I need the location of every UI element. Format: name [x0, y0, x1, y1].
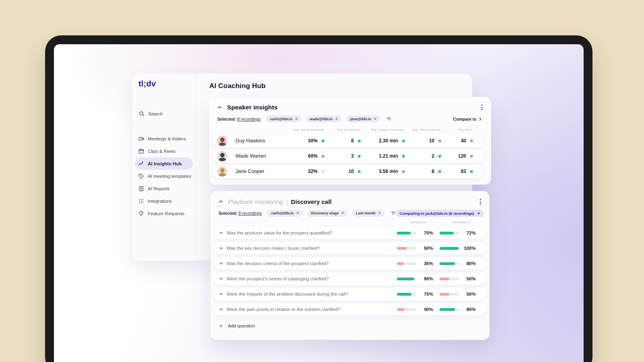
filter-chips: carlo@tldv.io× Discovery stage× Last mon… [267, 210, 384, 217]
remove-comparison-icon[interactable]: × [477, 211, 480, 216]
status-dot [358, 155, 361, 158]
stat-cell: 3 [329, 153, 365, 159]
playbook-title-prefix: Playbook monitoring [228, 198, 283, 205]
chevron-down-icon[interactable] [219, 278, 223, 280]
speaker-insights-title: Speaker insights [227, 104, 278, 111]
remove-chip-icon[interactable]: × [374, 117, 376, 121]
status-dot [470, 170, 473, 173]
compare-to-button[interactable]: Compare to [453, 117, 481, 121]
lightbulb-icon [138, 211, 144, 216]
score-group: 50% [440, 292, 476, 296]
more-menu-icon[interactable] [479, 197, 482, 206]
playbook-title: Discovery call [291, 198, 332, 205]
comparing-banner[interactable]: Comparing to jack@tldv.io (8 recordings)… [396, 210, 484, 217]
status-dot [322, 170, 324, 173]
stat-cell: 30% [287, 138, 329, 144]
remove-chip-icon[interactable]: × [297, 211, 299, 215]
speaker-insights-header: Speaker insights [209, 97, 491, 111]
add-question-button[interactable]: + Add question [214, 319, 486, 331]
score-value: 72% [461, 230, 476, 235]
selected-count-link[interactable]: 8 recordings [239, 211, 262, 216]
score-value: 80% [461, 307, 476, 312]
table-row[interactable]: Guy Hawkins 30% 6 2.30 min 10 40 [214, 134, 483, 148]
compare-to-label: Compare to [453, 117, 477, 121]
filter-chip[interactable]: wade@tldv.io× [306, 115, 341, 122]
question-row[interactable]: Was the decision criteria of the prospec… [214, 257, 486, 269]
stat-cell: 32% [287, 169, 329, 174]
collapse-chevron-up-icon[interactable] [219, 200, 223, 203]
remove-chip-icon[interactable]: × [335, 117, 338, 121]
search-label: Search [148, 111, 163, 116]
table-row[interactable]: Wade Warren 60% 3 1.21 min 2 120 [214, 149, 483, 163]
sidebar-nav: Meetings & folders Clips & Reels AI Insi… [138, 132, 193, 220]
stat-cell: 60% [287, 153, 329, 159]
plus-icon: + [219, 323, 223, 329]
collapse-chevron-up-icon[interactable] [217, 106, 222, 109]
stat-value: 32% [308, 169, 318, 174]
search-icon [139, 111, 144, 117]
filter-chip[interactable]: carlo@tldv.io× [266, 115, 301, 122]
avatar [217, 151, 227, 161]
table-row[interactable]: Jane Cooper 32% 10 3.56 min 8 83 [214, 165, 483, 178]
stat-cell: 10 [329, 169, 365, 174]
question-row[interactable]: Were the impacts of the problem discusse… [214, 288, 486, 300]
chevron-down-icon[interactable] [219, 308, 223, 311]
stat-value: 2.30 min [379, 138, 398, 144]
chevron-down-icon[interactable] [219, 262, 223, 265]
status-dot [358, 170, 361, 173]
status-dot [470, 140, 473, 142]
stat-cell: 40 [446, 138, 478, 144]
stat-value: 30% [308, 138, 318, 144]
filter-funnel-icon[interactable] [386, 117, 391, 121]
question-row[interactable]: Was the key decision maker / buyer clari… [214, 242, 486, 254]
filter-chip[interactable]: Discovery stage× [307, 210, 347, 217]
sidebar-item-clips-reels[interactable]: Clips & Reels [135, 145, 193, 157]
question-row[interactable]: Was the products value for the prospect … [214, 227, 486, 239]
stat-cell: 10 [410, 138, 446, 144]
sidebar-item-meetings-folders[interactable]: Meetings & folders [135, 132, 193, 145]
score-value: 90% [419, 276, 433, 281]
score-group: 100% [440, 246, 476, 251]
sidebar-item-label: Feature Requests [148, 211, 184, 216]
chip-label: carlo@tldv.io [270, 117, 292, 121]
title-separator: | [286, 198, 288, 205]
sidebar-item-ai-meeting-templates[interactable]: AI meeting templates [135, 170, 193, 182]
column-header: Avg. Questions/h [326, 128, 362, 132]
sidebar-item-ai-reports[interactable]: AI Reports [135, 182, 193, 195]
sidebar-item-feature-requests[interactable]: Feature Requests [135, 207, 193, 220]
chevron-down-icon[interactable] [219, 293, 223, 295]
add-question-label: Add question [228, 323, 255, 328]
chevron-down-icon[interactable] [219, 232, 223, 234]
remove-chip-icon[interactable]: × [341, 211, 344, 215]
sidebar-item-integrations[interactable]: Integrations [135, 195, 193, 207]
sidebar-item-label: AI Reports [148, 186, 169, 191]
more-menu-icon[interactable] [480, 103, 484, 111]
filter-chip[interactable]: carlo@tldv.io× [267, 210, 302, 217]
question-row[interactable]: Were the pain points in relation to the … [214, 303, 486, 315]
filter-chip[interactable]: Last month× [352, 210, 384, 217]
remove-chip-icon[interactable]: × [378, 211, 381, 215]
chevron-down-icon[interactable] [219, 247, 223, 249]
progress-bar [397, 262, 416, 265]
progress-bar [440, 308, 459, 311]
question-text: Was the decision criteria of the prospec… [227, 261, 397, 266]
selected-count-link[interactable]: 8 recordings [237, 117, 261, 121]
question-row[interactable]: Were the prospect's needs of cataloging … [214, 273, 486, 285]
filter-chip[interactable]: jane@tldv.io× [346, 115, 380, 122]
remove-chip-icon[interactable]: × [295, 117, 298, 121]
chevron-right-icon [479, 117, 481, 121]
speaker-name: Wade Warren [231, 153, 287, 159]
status-dot [438, 155, 441, 158]
column-header: Avg. Filler words/min [407, 128, 443, 132]
progress-bar [397, 278, 416, 280]
speaker-table: Guy Hawkins 30% 6 2.30 min 10 40 Wade Wa… [214, 134, 491, 178]
chip-label: wade@tldv.io [310, 117, 332, 121]
chip-label: Last month [356, 211, 376, 215]
playbook-questions: Was the products value for the prospect … [214, 227, 486, 315]
chip-label: jane@tldv.io [350, 117, 371, 121]
stat-value: 120 [458, 153, 466, 159]
score-value: 50% [419, 246, 433, 251]
sidebar-item-ai-insights-hub[interactable]: AI Insights Hub [135, 157, 193, 170]
search-button[interactable]: Search [139, 111, 193, 117]
filter-funnel-icon[interactable] [391, 211, 396, 215]
